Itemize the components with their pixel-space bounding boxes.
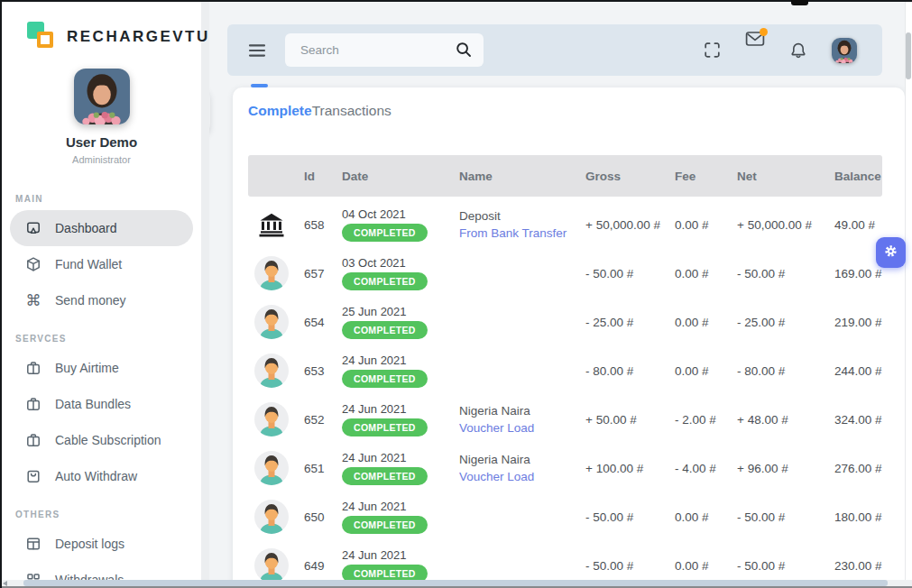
row-gross: - 80.00 # bbox=[578, 364, 668, 378]
window-top-notch bbox=[791, 0, 808, 5]
sidebar-item-send-money[interactable]: ⌘Send money bbox=[10, 282, 193, 318]
status-badge: COMPLETED bbox=[342, 321, 428, 339]
person-avatar bbox=[248, 548, 295, 583]
column-header-date: Date bbox=[335, 170, 452, 183]
row-fee: 0.00 # bbox=[668, 316, 730, 329]
sidebar-item-label: Cable Subscription bbox=[55, 433, 161, 447]
user-profile: User Demo Administrator bbox=[2, 69, 201, 165]
sidebar-item-deposit-logs[interactable]: Deposit logs bbox=[10, 526, 193, 562]
sidebar-item-label: Dashboard bbox=[55, 221, 117, 235]
row-date-cell: 03 Oct 2021COMPLETED bbox=[335, 256, 452, 290]
bell-icon[interactable] bbox=[789, 41, 807, 60]
row-date-cell: 24 Jun 2021COMPLETED bbox=[335, 402, 452, 436]
bag-icon bbox=[25, 468, 41, 484]
user-avatar[interactable] bbox=[832, 38, 857, 63]
row-net: + 48.00 # bbox=[730, 413, 827, 427]
active-tab-indicator bbox=[251, 84, 268, 87]
table-icon bbox=[25, 536, 41, 552]
row-fee: 0.00 # bbox=[668, 267, 730, 280]
column-header-balance: Balance bbox=[827, 170, 882, 183]
sidebar-item-auto-withdraw[interactable]: Auto Withdraw bbox=[10, 458, 193, 494]
row-id: 652 bbox=[295, 413, 335, 427]
row-date: 24 Jun 2021 bbox=[342, 500, 452, 513]
sidebar-scrollbar[interactable] bbox=[201, 2, 209, 588]
row-net: + 96.00 # bbox=[730, 462, 827, 475]
nav-section-label: OTHERS bbox=[15, 510, 201, 519]
person-avatar bbox=[248, 500, 295, 534]
row-id: 651 bbox=[295, 462, 335, 475]
transactions-card: CompleteTransactions IdDateNameGrossFeeN… bbox=[233, 87, 905, 588]
table-header-row: IdDateNameGrossFeeNetBalance bbox=[248, 155, 882, 197]
row-id: 657 bbox=[295, 267, 335, 280]
row-date-cell: 24 Jun 2021COMPLETED bbox=[335, 500, 452, 534]
dashboard-icon bbox=[25, 220, 41, 236]
sidebar-item-buy-airtime[interactable]: Buy Airtime bbox=[10, 350, 193, 386]
status-badge: COMPLETED bbox=[342, 224, 428, 242]
row-date-cell: 24 Jun 2021COMPLETED bbox=[335, 451, 452, 485]
person-avatar bbox=[248, 305, 295, 339]
right-scrollbar-thumb[interactable] bbox=[906, 32, 911, 79]
row-id: 658 bbox=[295, 218, 335, 232]
bottom-scrollbar-thumb[interactable] bbox=[23, 580, 888, 586]
row-date-cell: 24 Jun 2021COMPLETED bbox=[335, 354, 452, 388]
column-header-gross: Gross bbox=[578, 170, 668, 183]
row-gross: + 100.00 # bbox=[578, 462, 668, 475]
row-net: + 50,000.00 # bbox=[730, 218, 827, 232]
search-icon[interactable] bbox=[456, 41, 472, 61]
window-left-edge bbox=[0, 0, 2, 588]
row-name-link[interactable]: From Bank Transfer bbox=[459, 226, 578, 240]
page-title-highlight: Complete bbox=[248, 103, 312, 118]
row-balance: 180.00 # bbox=[827, 510, 882, 524]
row-id: 650 bbox=[295, 510, 335, 524]
person-avatar bbox=[248, 256, 295, 290]
row-name-link[interactable]: Voucher Load bbox=[459, 470, 578, 483]
row-fee: - 2.00 # bbox=[668, 413, 730, 427]
sidebar-item-cable-subscription[interactable]: Cable Subscription bbox=[10, 422, 193, 458]
column-header-fee: Fee bbox=[668, 170, 730, 183]
table-row: 65703 Oct 2021COMPLETED- 50.00 #0.00 #- … bbox=[248, 249, 882, 298]
page-title: CompleteTransactions bbox=[248, 103, 392, 119]
row-date: 24 Jun 2021 bbox=[342, 402, 452, 416]
topbar bbox=[227, 24, 882, 76]
status-badge: COMPLETED bbox=[342, 418, 428, 436]
row-gross: - 50.00 # bbox=[578, 267, 668, 280]
brand-name: RECHARGEVTU bbox=[67, 28, 210, 46]
row-fee: 0.00 # bbox=[668, 218, 730, 232]
row-name: Nigeria Naira bbox=[459, 404, 578, 418]
row-fee: 0.00 # bbox=[668, 364, 730, 378]
row-id: 654 bbox=[295, 316, 335, 329]
right-scrollbar-track bbox=[905, 0, 912, 588]
sidebar-item-data-bundles[interactable]: Data Bundles bbox=[10, 386, 193, 422]
table-row: 65224 Jun 2021COMPLETEDNigeria NairaVouc… bbox=[248, 395, 882, 444]
settings-gear-button[interactable] bbox=[876, 237, 906, 268]
sidebar-item-label: Auto Withdraw bbox=[55, 469, 137, 483]
gear-icon bbox=[883, 243, 898, 262]
profile-photo[interactable] bbox=[74, 69, 130, 124]
row-id: 649 bbox=[295, 559, 335, 573]
fullscreen-icon[interactable] bbox=[704, 41, 721, 59]
row-fee: - 4.00 # bbox=[668, 462, 730, 475]
table-row: 65804 Oct 2021COMPLETEDDepositFrom Bank … bbox=[248, 200, 882, 249]
row-net: - 50.00 # bbox=[730, 510, 827, 524]
mail-icon[interactable] bbox=[745, 31, 765, 47]
person-avatar bbox=[248, 451, 295, 485]
transactions-table: IdDateNameGrossFeeNetBalance 65804 Oct 2… bbox=[248, 155, 882, 588]
row-name: Nigeria Naira bbox=[459, 453, 578, 466]
row-fee: 0.00 # bbox=[668, 559, 730, 573]
person-avatar bbox=[248, 354, 295, 388]
table-row: 65324 Jun 2021COMPLETED- 80.00 #0.00 #- … bbox=[248, 346, 882, 395]
sidebar-item-fund-wallet[interactable]: Fund Wallet bbox=[10, 246, 193, 282]
menu-icon[interactable] bbox=[248, 43, 266, 58]
sidebar-item-dashboard[interactable]: Dashboard bbox=[10, 210, 193, 246]
wallet-box-icon bbox=[25, 256, 41, 272]
row-name-cell: Nigeria NairaVoucher Load bbox=[452, 453, 578, 483]
row-date-cell: 24 Jun 2021COMPLETED bbox=[335, 548, 452, 583]
search-input[interactable] bbox=[285, 33, 484, 67]
sidebar-nav: MAINDashboardFund Wallet⌘Send moneySERVC… bbox=[2, 179, 201, 588]
briefcase-icon bbox=[25, 432, 41, 448]
page-title-rest: Transactions bbox=[312, 103, 392, 118]
row-balance: 219.00 # bbox=[827, 316, 882, 329]
search-box bbox=[285, 33, 484, 67]
sidebar-item-label: Buy Airtime bbox=[55, 361, 119, 375]
row-name-link[interactable]: Voucher Load bbox=[459, 421, 578, 435]
